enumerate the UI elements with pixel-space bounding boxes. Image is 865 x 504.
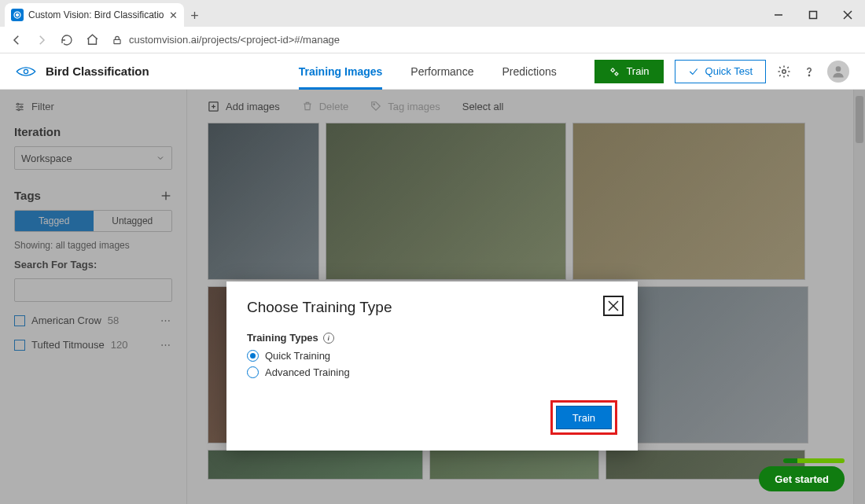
modal-train-button[interactable]: Train xyxy=(556,406,612,429)
address-bar: customvision.ai/projects/<project-id>#/m… xyxy=(0,27,865,53)
favicon-icon xyxy=(11,9,24,21)
maximize-icon[interactable] xyxy=(796,3,830,27)
train-button-highlight: Train xyxy=(550,400,617,435)
radio-icon xyxy=(247,350,259,362)
training-types-label: Training Types i xyxy=(247,332,617,344)
radio-quick-training[interactable]: Quick Training xyxy=(247,350,617,362)
window-controls xyxy=(761,3,865,27)
home-icon[interactable] xyxy=(82,30,102,50)
get-started-progress xyxy=(783,458,845,463)
tab-predictions[interactable]: Predictions xyxy=(502,53,556,89)
settings-gear-icon[interactable] xyxy=(777,64,791,79)
train-button[interactable]: Train xyxy=(594,60,663,83)
browser-titlebar: Custom Vision: Bird Classificatio ✕ + xyxy=(0,0,865,27)
svg-point-7 xyxy=(24,69,28,73)
minimize-icon[interactable] xyxy=(761,3,796,27)
tab-close-icon[interactable]: ✕ xyxy=(169,9,178,21)
modal-close-button[interactable] xyxy=(603,296,624,316)
svg-point-12 xyxy=(836,66,841,72)
url-field[interactable]: customvision.ai/projects/<project-id>#/m… xyxy=(107,34,859,46)
top-tabs: Training Images Performance Predictions xyxy=(299,53,557,89)
svg-point-11 xyxy=(808,75,809,75)
tab-training-images[interactable]: Training Images xyxy=(299,53,383,89)
svg-rect-6 xyxy=(114,39,120,43)
gears-icon xyxy=(609,66,620,77)
app-header: Bird Classification Training Images Perf… xyxy=(0,53,865,90)
forward-icon[interactable] xyxy=(31,30,52,50)
get-started-button[interactable]: Get started xyxy=(759,466,845,491)
svg-point-10 xyxy=(782,69,786,73)
lock-icon xyxy=(112,35,123,46)
user-icon xyxy=(830,64,846,79)
help-icon[interactable] xyxy=(802,64,816,79)
svg-rect-3 xyxy=(810,12,817,19)
project-name: Bird Classification xyxy=(46,64,149,78)
custom-vision-logo-icon xyxy=(16,64,36,79)
tab-title: Custom Vision: Bird Classificatio xyxy=(28,9,164,20)
tab-performance[interactable]: Performance xyxy=(410,53,473,89)
quick-test-button[interactable]: Quick Test xyxy=(675,60,766,83)
check-icon xyxy=(688,66,699,77)
browser-tab[interactable]: Custom Vision: Bird Classificatio ✕ xyxy=(5,3,184,27)
svg-point-8 xyxy=(612,68,615,72)
svg-point-9 xyxy=(616,72,618,75)
radio-icon xyxy=(247,366,259,378)
new-tab-button[interactable]: + xyxy=(184,5,206,27)
modal-title: Choose Training Type xyxy=(247,299,617,316)
get-started-widget: Get started xyxy=(759,458,845,491)
radio-advanced-training[interactable]: Advanced Training xyxy=(247,366,617,378)
close-icon[interactable] xyxy=(830,3,865,27)
info-icon[interactable]: i xyxy=(323,333,334,344)
user-avatar[interactable] xyxy=(827,61,849,83)
url-text: customvision.ai/projects/<project-id>#/m… xyxy=(129,34,340,46)
back-icon[interactable] xyxy=(6,30,27,50)
reload-icon[interactable] xyxy=(57,30,77,50)
app-body: Filter Iteration Workspace Tags Tagged U… xyxy=(0,90,865,504)
training-type-modal: Choose Training Type Training Types i Qu… xyxy=(226,281,638,451)
svg-point-1 xyxy=(17,14,19,17)
